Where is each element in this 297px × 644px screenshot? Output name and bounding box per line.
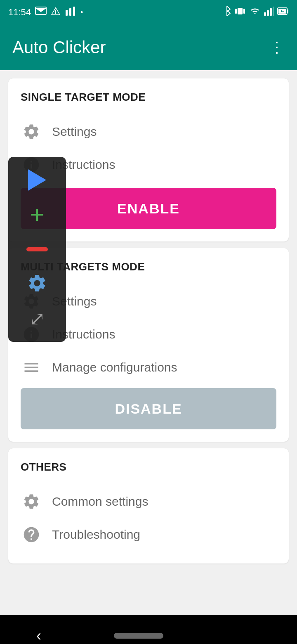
svg-rect-8 [243, 9, 245, 14]
troubleshooting-item[interactable]: Troubleshooting [21, 518, 276, 551]
svg-rect-7 [235, 9, 237, 14]
others-card: OTHERS Common settings Troubleshooting [8, 448, 289, 564]
svg-rect-10 [267, 10, 269, 16]
svg-rect-12 [273, 7, 274, 16]
help-icon [21, 524, 42, 545]
signal-icon [264, 7, 274, 18]
vibrate-icon [234, 6, 246, 19]
float-move-button[interactable]: ⤢ [14, 302, 60, 335]
alert-icon [51, 6, 61, 19]
manage-config-label: Manage configurations [52, 360, 177, 374]
dot-icon: • [80, 8, 83, 17]
nav-bar: ‹ [0, 615, 297, 644]
status-left: 11:54 • [8, 6, 83, 19]
disable-button[interactable]: DISABLE [21, 388, 276, 429]
single-settings-label: Settings [52, 125, 97, 139]
svg-rect-3 [66, 10, 68, 16]
move-icon: ⤢ [29, 309, 45, 328]
back-button[interactable]: ‹ [36, 627, 41, 644]
time-label: 11:54 [8, 7, 31, 18]
float-play-button[interactable] [14, 163, 60, 197]
manage-config-item[interactable]: Manage configurations [21, 351, 276, 384]
svg-rect-6 [238, 8, 243, 14]
manage-config-icon [21, 357, 42, 378]
status-right [223, 5, 289, 19]
floating-panel: + ⤢ [8, 157, 66, 342]
signal-game-icon [65, 7, 76, 18]
float-settings-button[interactable] [14, 268, 60, 301]
remove-icon [26, 247, 48, 251]
svg-rect-5 [73, 7, 75, 16]
svg-rect-14 [287, 9, 288, 13]
float-remove-button[interactable] [14, 233, 60, 266]
app-title: Auto Clicker [12, 38, 106, 57]
main-content: SINGLE TARGET MODE Settings Instructions… [0, 70, 297, 615]
svg-rect-1 [55, 10, 56, 13]
float-add-button[interactable]: + [14, 198, 60, 231]
svg-rect-11 [270, 8, 272, 16]
wifi-icon [249, 7, 261, 18]
common-settings-item[interactable]: Common settings [21, 485, 276, 518]
bluetooth-icon [223, 5, 231, 19]
svg-rect-2 [55, 13, 56, 14]
svg-rect-9 [264, 12, 266, 16]
settings-icon [21, 121, 42, 142]
add-icon: + [30, 202, 44, 227]
status-bar: 11:54 • [0, 0, 297, 25]
more-menu-button[interactable]: ⋮ [269, 39, 285, 56]
battery-icon [277, 7, 289, 18]
others-title: OTHERS [21, 461, 276, 474]
common-settings-icon [21, 491, 42, 512]
msg-icon [35, 7, 47, 18]
float-gear-icon [27, 273, 47, 295]
svg-rect-4 [69, 8, 71, 16]
app-bar: Auto Clicker ⋮ [0, 25, 297, 70]
single-settings-item[interactable]: Settings [21, 115, 276, 148]
troubleshooting-label: Troubleshooting [52, 528, 140, 542]
common-settings-label: Common settings [52, 495, 148, 509]
home-pill[interactable] [114, 633, 163, 639]
play-icon [28, 169, 46, 191]
single-target-title: SINGLE TARGET MODE [21, 91, 276, 104]
